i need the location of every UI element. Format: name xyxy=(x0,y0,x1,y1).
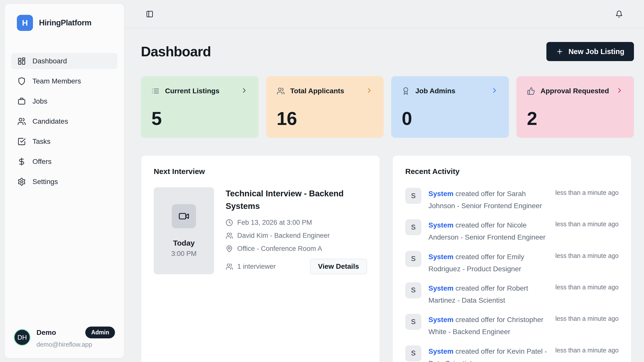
interviewer-count: 1 interviewer xyxy=(237,263,276,270)
activity-actor-link[interactable]: System xyxy=(428,221,454,229)
chevron-right-icon xyxy=(366,87,373,95)
activity-text: System created offer for Christopher Whi… xyxy=(428,314,548,338)
sidebar-item-candidates[interactable]: Candidates xyxy=(11,113,117,129)
sidebar-item-tasks[interactable]: Tasks xyxy=(11,133,117,150)
activity-text: System created offer for Emily Rodriguez… xyxy=(428,251,548,275)
sidebar-nav: Dashboard Team Members Jobs Candidates T… xyxy=(11,53,117,190)
activity-actor-link[interactable]: System xyxy=(428,316,454,324)
dashboard-icon xyxy=(17,57,26,65)
sidebar-item-jobs[interactable]: Jobs xyxy=(11,93,117,109)
user-info: Demo Admin demo@hireflow.app xyxy=(36,327,115,348)
activity-item: S System created offer for Emily Rodrigu… xyxy=(405,251,619,275)
interview-time-label: 3:00 PM xyxy=(171,250,197,258)
users-icon xyxy=(226,232,233,239)
gear-icon xyxy=(17,177,26,186)
map-pin-icon xyxy=(226,245,233,252)
sidebar-item-label: Candidates xyxy=(32,117,68,125)
activity-avatar: S xyxy=(405,314,421,330)
app-title: HiringPlatform xyxy=(39,18,91,27)
view-details-button[interactable]: View Details xyxy=(310,259,367,274)
interviewer-count-row: 1 interviewer xyxy=(226,263,276,270)
interview-location: Office - Conference Room A xyxy=(237,245,322,253)
stat-card-total-applicants[interactable]: Total Applicants 16 xyxy=(266,76,384,138)
activity-avatar: S xyxy=(405,219,421,235)
page-title: Dashboard xyxy=(141,43,211,60)
activity-timestamp: less than a minute ago xyxy=(555,345,619,354)
chevron-right-icon xyxy=(616,87,623,95)
activity-text: System created offer for Sarah Johnson -… xyxy=(428,188,548,212)
stat-label: Total Applicants xyxy=(290,87,344,95)
sidebar-item-label: Offers xyxy=(32,158,52,166)
logo: H HiringPlatform xyxy=(11,15,117,31)
interview-location-row: Office - Conference Room A xyxy=(226,245,367,253)
task-check-icon xyxy=(17,137,26,146)
activity-list: S System created offer for Sarah Johnson… xyxy=(405,188,619,362)
stat-label: Job Admins xyxy=(415,87,455,95)
activity-text: System created offer for Kevin Patel - D… xyxy=(428,345,548,362)
activity-text: System created offer for Robert Martinez… xyxy=(428,282,548,306)
recent-activity-title: Recent Activity xyxy=(405,167,619,176)
interview-card: Today 3:00 PM Technical Interview - Back… xyxy=(154,187,367,274)
main-area: Dashboard New Job Listing Current Listin… xyxy=(124,0,644,362)
interview-candidate-row: David Kim - Backend Engineer xyxy=(226,232,367,240)
activity-timestamp: less than a minute ago xyxy=(555,188,619,196)
stat-value: 5 xyxy=(151,108,248,129)
activity-avatar: S xyxy=(405,345,421,361)
activity-timestamp: less than a minute ago xyxy=(555,314,619,322)
stat-card-approval-requested[interactable]: Approval Requested 2 xyxy=(516,76,634,138)
stat-card-job-admins[interactable]: Job Admins 0 xyxy=(391,76,509,138)
recent-activity-panel: Recent Activity S System created offer f… xyxy=(392,155,631,362)
user-card[interactable]: DH Demo Admin demo@hireflow.app xyxy=(11,327,117,348)
sidebar-item-settings[interactable]: Settings xyxy=(11,174,117,190)
user-email: demo@hireflow.app xyxy=(36,341,115,348)
sidebar-item-label: Dashboard xyxy=(32,57,67,65)
sidebar-item-label: Team Members xyxy=(32,77,81,85)
plus-icon xyxy=(556,48,564,55)
avatar: DH xyxy=(14,329,30,346)
stat-label: Approval Requested xyxy=(541,87,609,95)
interview-day-label: Today xyxy=(173,239,195,247)
video-camera-icon xyxy=(178,211,189,222)
activity-actor-link[interactable]: System xyxy=(428,347,454,355)
activity-actor-link[interactable]: System xyxy=(428,190,454,198)
interview-title: Technical Interview - Backend Systems xyxy=(226,187,367,212)
sidebar: H HiringPlatform Dashboard Team Members … xyxy=(5,4,124,358)
activity-timestamp: less than a minute ago xyxy=(555,251,619,259)
activity-item: S System created offer for Kevin Patel -… xyxy=(405,345,619,362)
activity-actor-link[interactable]: System xyxy=(428,253,454,261)
users-icon xyxy=(17,117,26,126)
content: Dashboard New Job Listing Current Listin… xyxy=(124,28,644,362)
new-job-listing-label: New Job Listing xyxy=(569,48,624,56)
page-header: Dashboard New Job Listing xyxy=(141,42,634,61)
briefcase-icon xyxy=(17,97,26,106)
stat-value: 2 xyxy=(527,108,624,129)
chevron-right-icon xyxy=(240,87,248,95)
sidebar-item-dashboard[interactable]: Dashboard xyxy=(11,53,117,69)
activity-timestamp: less than a minute ago xyxy=(555,282,619,291)
bottom-panels: Next Interview Today 3:00 PM Technical I… xyxy=(141,155,634,362)
interview-datetime-row: Feb 13, 2026 at 3:00 PM xyxy=(226,219,367,227)
sidebar-item-team-members[interactable]: Team Members xyxy=(11,73,117,89)
stat-value: 0 xyxy=(402,108,498,129)
interview-date-tile: Today 3:00 PM xyxy=(154,187,214,274)
activity-text: System created offer for Nicole Anderson… xyxy=(428,219,548,243)
activity-timestamp: less than a minute ago xyxy=(555,219,619,228)
new-job-listing-button[interactable]: New Job Listing xyxy=(546,42,634,61)
sidebar-toggle-button[interactable] xyxy=(144,9,155,19)
sidebar-item-label: Tasks xyxy=(32,138,51,146)
activity-avatar: S xyxy=(405,251,421,267)
activity-avatar: S xyxy=(405,188,421,204)
notifications-button[interactable] xyxy=(614,9,624,19)
activity-avatar: S xyxy=(405,282,421,298)
activity-actor-link[interactable]: System xyxy=(428,284,454,292)
activity-item: S System created offer for Nicole Anders… xyxy=(405,219,619,243)
panel-left-icon xyxy=(146,10,153,18)
chevron-right-icon xyxy=(491,87,498,95)
activity-item: S System created offer for Robert Martin… xyxy=(405,282,619,306)
dollar-icon xyxy=(17,157,26,166)
users-icon xyxy=(226,263,233,270)
stat-card-current-listings[interactable]: Current Listings 5 xyxy=(141,76,259,138)
sidebar-item-offers[interactable]: Offers xyxy=(11,154,117,170)
stat-cards: Current Listings 5 Total Applicants xyxy=(141,76,634,138)
users-icon xyxy=(277,87,285,95)
